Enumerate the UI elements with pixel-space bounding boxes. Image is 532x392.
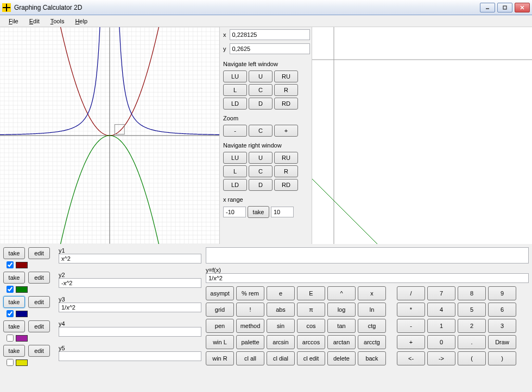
key-e[interactable]: E <box>297 286 325 300</box>
nav-right-u[interactable]: U <box>249 152 273 164</box>
zoom-in-button[interactable]: + <box>274 125 298 137</box>
nav-left-rd[interactable]: RD <box>274 98 298 110</box>
equation-input-y4[interactable] <box>59 327 201 337</box>
nav-right-rd[interactable]: RD <box>274 179 298 191</box>
nav-left-ru[interactable]: RU <box>274 70 298 82</box>
close-button[interactable] <box>515 3 530 12</box>
menu-tools[interactable]: Tools <box>46 17 69 25</box>
edit-button-y3[interactable]: edit <box>28 296 50 308</box>
enable-checkbox-y1[interactable] <box>7 261 14 268</box>
key-8[interactable]: 8 <box>458 286 486 300</box>
enable-checkbox-y4[interactable] <box>7 335 14 342</box>
key-[interactable]: -> <box>427 351 455 365</box>
key-delete[interactable]: delete <box>327 351 356 365</box>
key-[interactable]: - <box>397 319 425 333</box>
equation-input-y3[interactable] <box>59 303 201 312</box>
key-winl[interactable]: win L <box>206 335 234 349</box>
key-[interactable]: ! <box>236 303 264 317</box>
key-4[interactable]: 4 <box>427 303 455 317</box>
key-ln[interactable]: ln <box>358 303 386 317</box>
equation-input-y1[interactable] <box>59 254 201 264</box>
key-[interactable]: ) <box>488 351 516 365</box>
nav-left-r[interactable]: R <box>274 84 298 96</box>
key-arcctg[interactable]: arcctg <box>358 335 386 349</box>
nav-right-l[interactable]: L <box>223 165 247 177</box>
key-x[interactable]: x <box>358 286 386 300</box>
nav-right-ld[interactable]: LD <box>223 179 247 191</box>
color-swatch-y3[interactable] <box>16 311 28 317</box>
nav-right-d[interactable]: D <box>249 179 273 191</box>
nav-left-d[interactable]: D <box>249 98 273 110</box>
nav-left-l[interactable]: L <box>223 84 247 96</box>
nav-right-r[interactable]: R <box>274 165 298 177</box>
nav-right-ru[interactable]: RU <box>274 152 298 164</box>
color-swatch-y4[interactable] <box>16 335 28 342</box>
key-0[interactable]: 0 <box>427 335 455 349</box>
nav-right-lu[interactable]: LU <box>223 152 247 164</box>
color-swatch-y1[interactable] <box>16 262 28 268</box>
equation-input-y5[interactable] <box>59 351 201 361</box>
key-rem[interactable]: % rem <box>236 286 264 300</box>
take-button-y1[interactable]: take <box>3 247 25 259</box>
x-coord-input[interactable] <box>230 29 310 40</box>
nav-left-u[interactable]: U <box>249 70 273 82</box>
key-9[interactable]: 9 <box>488 286 516 300</box>
xrange-take-button[interactable]: take <box>248 206 269 218</box>
menu-file[interactable]: File <box>4 17 23 25</box>
key-1[interactable]: 1 <box>427 319 455 333</box>
take-button-y3[interactable]: take <box>3 296 25 308</box>
main-expression-input[interactable] <box>206 247 529 264</box>
minimize-button[interactable] <box>480 3 495 12</box>
key-[interactable]: <- <box>397 351 425 365</box>
menu-edit[interactable]: Edit <box>25 17 44 25</box>
key-method[interactable]: method <box>236 319 264 333</box>
enable-checkbox-y2[interactable] <box>7 286 14 293</box>
nav-left-lu[interactable]: LU <box>223 70 247 82</box>
key-[interactable]: / <box>397 286 425 300</box>
key-7[interactable]: 7 <box>427 286 455 300</box>
edit-button-y5[interactable]: edit <box>28 345 50 357</box>
key-cldial[interactable]: cl dial <box>267 351 295 365</box>
key-3[interactable]: 3 <box>488 319 516 333</box>
color-swatch-y5[interactable] <box>16 359 28 366</box>
key-tan[interactable]: tan <box>327 319 356 333</box>
key-palette[interactable]: palette <box>236 335 264 349</box>
zoom-center-button[interactable]: C <box>249 125 273 137</box>
zoom-out-button[interactable]: - <box>223 125 247 137</box>
key-2[interactable]: 2 <box>458 319 486 333</box>
key-[interactable]: π <box>297 303 325 317</box>
key-[interactable]: ( <box>458 351 486 365</box>
key-sin[interactable]: sin <box>267 319 295 333</box>
menu-help[interactable]: Help <box>71 17 92 25</box>
key-abs[interactable]: abs <box>267 303 295 317</box>
take-button-y4[interactable]: take <box>3 320 25 332</box>
edit-button-y4[interactable]: edit <box>28 320 50 332</box>
enable-checkbox-y5[interactable] <box>7 359 14 366</box>
xrange-min-input[interactable] <box>223 207 246 217</box>
graph-right-window[interactable] <box>312 27 532 244</box>
take-button-y2[interactable]: take <box>3 272 25 284</box>
take-button-y5[interactable]: take <box>3 345 25 357</box>
key-cos[interactable]: cos <box>297 319 325 333</box>
key-arctan[interactable]: arctan <box>327 335 356 349</box>
key-log[interactable]: log <box>327 303 356 317</box>
fx-input[interactable] <box>206 273 529 283</box>
equation-input-y2[interactable] <box>59 278 201 288</box>
color-swatch-y2[interactable] <box>16 286 28 293</box>
key-[interactable]: * <box>397 303 425 317</box>
key-clall[interactable]: cl all <box>236 351 264 365</box>
key-[interactable]: + <box>397 335 425 349</box>
graph-left-window[interactable] <box>0 27 220 244</box>
xrange-max-input[interactable] <box>271 207 294 217</box>
key-draw[interactable]: Draw <box>488 335 516 349</box>
nav-left-c[interactable]: C <box>249 84 273 96</box>
key-cledit[interactable]: cl edit <box>297 351 325 365</box>
enable-checkbox-y3[interactable] <box>7 310 14 317</box>
key-6[interactable]: 6 <box>488 303 516 317</box>
key-pen[interactable]: pen <box>206 319 234 333</box>
y-coord-input[interactable] <box>230 43 310 54</box>
key-grid[interactable]: grid <box>206 303 234 317</box>
maximize-button[interactable] <box>497 3 512 12</box>
key-back[interactable]: back <box>358 351 386 365</box>
key-arccos[interactable]: arccos <box>297 335 325 349</box>
